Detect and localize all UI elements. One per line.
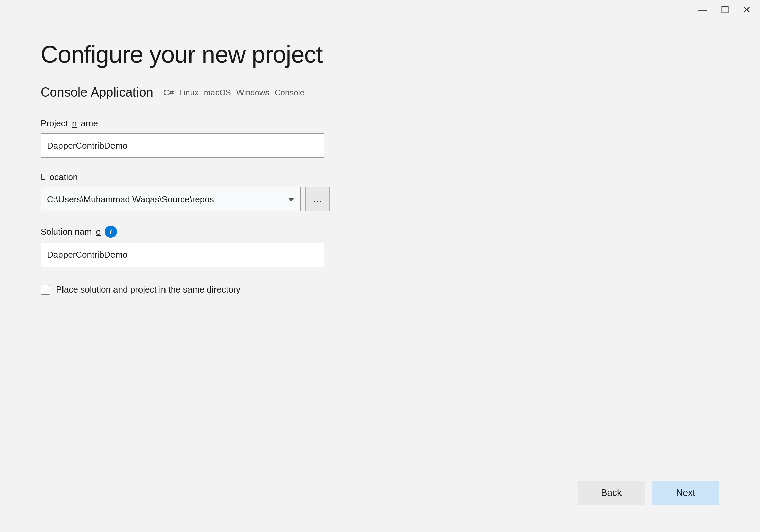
directory-underline-char: d — [207, 284, 212, 295]
form-section: Project name Location C:\Users\Muhammad … — [41, 118, 719, 295]
browse-button[interactable]: ... — [305, 187, 330, 211]
project-type-name: Console Application — [41, 85, 153, 100]
tag-csharp: C# — [163, 88, 174, 97]
minimize-icon: — — [698, 5, 707, 15]
bottom-buttons: Back Next — [578, 481, 719, 505]
same-directory-row: Place solution and project in the same d… — [41, 284, 719, 295]
minimize-button[interactable]: — — [695, 4, 710, 16]
maximize-button[interactable]: ☐ — [718, 4, 732, 16]
main-content: Configure your new project Console Appli… — [0, 20, 760, 532]
location-row: C:\Users\Muhammad Waqas\Source\repos ... — [41, 187, 719, 211]
project-name-label: Project name — [41, 118, 719, 129]
tag-linux: Linux — [179, 88, 198, 97]
solution-name-group: Solution name i — [41, 226, 719, 267]
location-group: Location C:\Users\Muhammad Waqas\Source\… — [41, 172, 719, 211]
location-select[interactable]: C:\Users\Muhammad Waqas\Source\repos — [41, 187, 301, 211]
tag-list: C# Linux macOS Windows Console — [163, 88, 305, 97]
main-window: — ☐ ✕ Configure your new project Console… — [0, 0, 760, 532]
close-icon: ✕ — [743, 5, 751, 15]
location-underline-char: L — [41, 172, 45, 182]
next-label: Next — [676, 487, 695, 498]
title-bar-buttons: — ☐ ✕ — [695, 4, 753, 16]
tag-windows: Windows — [236, 88, 269, 97]
same-directory-checkbox[interactable] — [41, 285, 50, 295]
solution-name-label: Solution name i — [41, 226, 719, 238]
tag-macos: macOS — [204, 88, 231, 97]
back-button[interactable]: Back — [578, 481, 645, 505]
project-type-header: Console Application C# Linux macOS Windo… — [41, 85, 719, 100]
solution-name-info-icon: i — [105, 226, 117, 238]
page-title: Configure your new project — [41, 41, 719, 68]
project-name-input[interactable] — [41, 133, 324, 158]
maximize-icon: ☐ — [721, 5, 729, 15]
next-button[interactable]: Next — [652, 481, 719, 505]
same-directory-label: Place solution and project in the same d… — [56, 284, 240, 295]
solution-name-input[interactable] — [41, 243, 324, 267]
project-name-group: Project name — [41, 118, 719, 158]
tag-console: Console — [275, 88, 304, 97]
close-button[interactable]: ✕ — [740, 4, 753, 16]
back-label: Back — [601, 487, 622, 498]
project-name-underline-char: n — [72, 118, 77, 129]
title-bar: — ☐ ✕ — [0, 0, 760, 20]
location-label: Location — [41, 172, 719, 182]
solution-name-underline-char: e — [96, 227, 101, 237]
browse-icon: ... — [313, 194, 321, 205]
